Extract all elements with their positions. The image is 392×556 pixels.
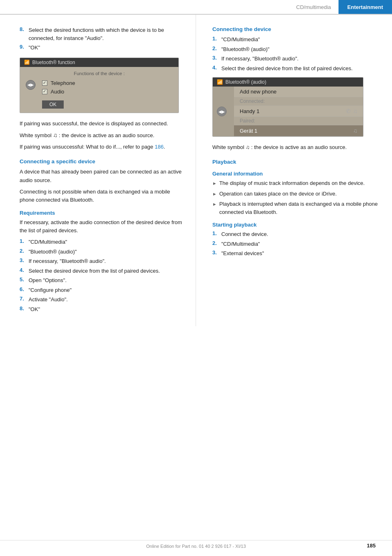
main-content: 8. Select the desired functions with whi… (0, 15, 392, 326)
bluetooth-screenshot-left: 📶 Bluetooth® function Functions of the d… (20, 58, 179, 113)
bt-telephone-checkbox[interactable] (42, 80, 47, 86)
specific-para2: Connecting is not possible when data is … (20, 188, 183, 204)
starting-step-3: 3."External devices" (212, 249, 380, 258)
bt2-paired-label: Paired: (234, 117, 363, 125)
bt2-connected-text: Connected: (240, 98, 265, 104)
bt2-handy-icons: ✆ ♫ (346, 108, 358, 114)
music-icon: ♫ (353, 108, 358, 114)
para-fail-prefix: If pairing was unsuccessful: What to do … (20, 144, 155, 150)
para-white-symbol: White symbol ♫ : the device is active as… (20, 131, 183, 140)
right-step-3-num: 3. (212, 55, 221, 63)
specific-steps: 1."CD/Multimedia"2."Bluetooth® (audio)"3… (20, 238, 183, 313)
right-steps: 1."CD/Multimedia"2."Bluetooth® (audio)"3… (212, 36, 380, 72)
bt2-title: Bluetooth® (audio) (225, 79, 266, 85)
left-step-4-num: 4. (20, 267, 29, 275)
left-step-7-text: Activate "Audio". (29, 296, 68, 304)
music-note-icon2: ♫ (246, 144, 251, 150)
bt-navigator: ◀▶ (26, 80, 36, 90)
page-link-186[interactable]: 186 (155, 144, 164, 150)
bluetooth-icon2: 📶 (217, 79, 223, 85)
left-column: 8. Select the desired functions with whi… (0, 15, 196, 326)
step-9-num: 9. (20, 44, 29, 52)
bullet-text-3: Playback is interrupted when data is exc… (219, 200, 380, 216)
general-info-heading: General information (212, 171, 380, 177)
bullet-arrow-1: ► (212, 180, 217, 187)
left-step-4-text: Select the desired device from the list … (29, 267, 160, 275)
para-white-suffix: : the device is active as an audio sourc… (59, 132, 154, 138)
bt2-handy-row: Handy 1 ✆ ♫ (234, 106, 363, 117)
connecting-device-heading: Connecting the device (212, 26, 380, 32)
header-cd-label: CD/multimedia (289, 4, 338, 10)
page-header: CD/multimedia Entertainment (0, 0, 392, 15)
para-pairing-fail: If pairing was unsuccessful: What to do … (20, 143, 183, 151)
music-note-icon: ♫ (53, 132, 59, 138)
bluetooth-screenshot-right: 📶 Bluetooth® (audio) ◀▶ Add new phone Co… (212, 77, 363, 137)
right-white-symbol: White symbol ♫ : the device is active as… (212, 143, 380, 151)
starting-step-1-text: Connect the device. (221, 230, 268, 238)
page-footer: Online Edition for Part no. 01 40 2 926 … (0, 540, 392, 549)
starting-step-3-num: 3. (212, 249, 221, 258)
requirements-heading: Requirements (20, 210, 183, 216)
music-icon2: ♫ (353, 127, 358, 134)
starting-step-1-num: 1. (212, 230, 221, 238)
bt2-add-label: Add new phone (240, 89, 276, 95)
right-step-1-text: "CD/Multimedia" (221, 36, 260, 44)
bt-telephone-label: Telephone (51, 80, 75, 86)
bullet-3: ►Playback is interrupted when data is ex… (212, 200, 380, 216)
left-step-8: 8."OK" (20, 305, 183, 314)
left-step-2: 2."Bluetooth® (audio)" (20, 248, 183, 256)
general-bullets: ►The display of music track information … (212, 179, 380, 216)
left-step-5-text: Open "Options". (29, 276, 67, 285)
left-step-4: 4.Select the desired device from the lis… (20, 267, 183, 275)
left-step-2-text: "Bluetooth® (audio)" (29, 248, 77, 256)
right-white-prefix: White symbol (212, 144, 244, 150)
left-step-1: 1."CD/Multimedia" (20, 238, 183, 246)
bt-audio-row: Audio (42, 89, 75, 95)
bullet-text-1: The display of music track information d… (219, 179, 365, 187)
bt2-title-bar: 📶 Bluetooth® (audio) (213, 78, 363, 87)
left-step-3: 3.If necessary, "Bluetooth® audio". (20, 257, 183, 265)
right-step-2-text: "Bluetooth® (audio)" (221, 45, 270, 53)
left-step-1-num: 1. (20, 238, 29, 246)
specific-para1: A device that has already been paired ca… (20, 168, 183, 184)
bt2-paired-text: Paired: (240, 118, 255, 124)
right-step-2-num: 2. (212, 45, 221, 53)
bt2-navigator: ◀▶ (217, 107, 227, 116)
left-step-1-text: "CD/Multimedia" (29, 238, 67, 246)
bt-telephone-row: Telephone (42, 80, 75, 86)
bt-title: Bluetooth® function (32, 60, 75, 65)
left-step-3-num: 3. (20, 257, 29, 265)
bt2-connected-label: Connected: (234, 97, 363, 106)
step-8: 8. Select the desired functions with whi… (20, 26, 183, 42)
right-step-3: 3.If necessary, "Bluetooth® audio". (212, 55, 380, 63)
bluetooth-icon: 📶 (24, 60, 30, 65)
left-step-8-text: "OK" (29, 305, 40, 314)
para-fail-suffix: . (164, 144, 165, 150)
starting-step-2: 2."CD/Multimedia" (212, 240, 380, 248)
left-step-3-text: If necessary, "Bluetooth® audio". (29, 257, 106, 265)
bt-title-bar: 📶 Bluetooth® function (20, 58, 178, 67)
bt-audio-checkbox[interactable] (42, 89, 47, 94)
bt-subtitle: Functions of the device : (26, 71, 173, 76)
left-step-7-num: 7. (20, 296, 29, 304)
left-step-2-num: 2. (20, 248, 29, 256)
starting-step-2-text: "CD/Multimedia" (221, 240, 260, 248)
step-9-text: "OK" (29, 44, 40, 52)
step-8-text: Select the desired functions with which … (29, 26, 183, 42)
bt2-gerat-label: Gerät 1 (240, 128, 257, 134)
right-column: Connecting the device 1."CD/Multimedia"2… (196, 15, 392, 326)
right-white-suffix: : the device is active as an audio sourc… (251, 144, 347, 150)
bt-options: Telephone Audio OK (42, 80, 75, 109)
bt2-handy-label: Handy 1 (240, 108, 259, 114)
bullet-1: ►The display of music track information … (212, 179, 380, 187)
bt-ok-button[interactable]: OK (42, 100, 64, 109)
right-step-4: 4.Select the desired device from the lis… (212, 64, 380, 73)
right-step-1: 1."CD/Multimedia" (212, 36, 380, 44)
left-step-7: 7.Activate "Audio". (20, 296, 183, 304)
para-pairing-success: If pairing was successful, the device is… (20, 120, 183, 128)
connecting-specific-heading: Connecting a specific device (20, 158, 183, 165)
starting-playback-heading: Starting playback (212, 222, 380, 228)
bullet-arrow-2: ► (212, 191, 217, 198)
right-step-3-text: If necessary, "Bluetooth® audio". (221, 55, 298, 63)
starting-step-3-text: "External devices" (221, 249, 264, 258)
